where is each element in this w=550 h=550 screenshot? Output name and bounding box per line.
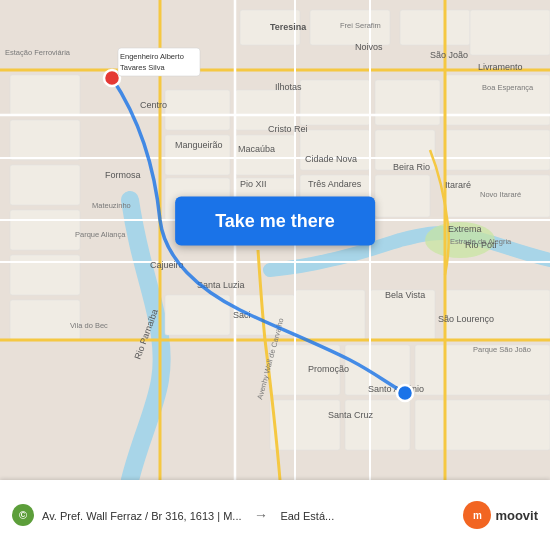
- svg-text:Boa Esperança: Boa Esperança: [482, 83, 534, 92]
- svg-text:Pio XII: Pio XII: [240, 179, 267, 189]
- svg-text:Novo Itararé: Novo Itararé: [480, 190, 521, 199]
- svg-rect-14: [300, 130, 370, 170]
- svg-rect-32: [415, 400, 550, 450]
- osm-logo: ©: [12, 504, 34, 526]
- take-me-there-button[interactable]: Take me there: [175, 196, 375, 245]
- svg-rect-34: [10, 120, 80, 160]
- svg-text:Extrema: Extrema: [448, 224, 482, 234]
- svg-text:Ilhotas: Ilhotas: [275, 82, 302, 92]
- svg-rect-33: [10, 75, 80, 115]
- svg-text:Centro: Centro: [140, 100, 167, 110]
- route-to-label: Ead Está...: [280, 510, 334, 522]
- moovit-logo-icon: m: [463, 501, 491, 529]
- map-container: Estrada da Alegria: [0, 0, 550, 480]
- svg-rect-7: [165, 90, 230, 130]
- moovit-brand-label: moovit: [495, 508, 538, 523]
- bottom-text-area: Av. Pref. Wall Ferraz / Br 316, 1613 | M…: [34, 506, 463, 524]
- svg-text:Bela Vista: Bela Vista: [385, 290, 425, 300]
- svg-text:Noivos: Noivos: [355, 42, 383, 52]
- svg-rect-30: [270, 400, 340, 450]
- svg-rect-38: [10, 300, 80, 340]
- svg-text:Mangueirão: Mangueirão: [175, 140, 223, 150]
- svg-text:São João: São João: [430, 50, 468, 60]
- svg-rect-24: [295, 290, 365, 340]
- svg-rect-13: [235, 135, 295, 175]
- svg-rect-31: [345, 400, 410, 450]
- svg-text:Frei Serafim: Frei Serafim: [340, 21, 381, 30]
- route-arrow-icon: →: [254, 507, 268, 523]
- svg-rect-36: [10, 210, 80, 250]
- svg-text:Rio Poti: Rio Poti: [465, 240, 497, 250]
- svg-rect-20: [375, 175, 430, 217]
- svg-text:Teresina: Teresina: [270, 22, 307, 32]
- svg-rect-9: [300, 80, 370, 125]
- svg-point-92: [397, 385, 413, 401]
- svg-point-88: [104, 70, 120, 86]
- svg-rect-10: [375, 80, 440, 125]
- svg-text:Vila do Bec: Vila do Bec: [70, 321, 108, 330]
- svg-rect-5: [400, 10, 470, 45]
- svg-text:Formosa: Formosa: [105, 170, 141, 180]
- svg-text:Mateuzinho: Mateuzinho: [92, 201, 131, 210]
- svg-text:Parque Aliança: Parque Aliança: [75, 230, 126, 239]
- svg-text:Tavares Silva: Tavares Silva: [120, 63, 165, 72]
- svg-text:Parque São João: Parque São João: [473, 345, 531, 354]
- svg-text:Beira Rio: Beira Rio: [393, 162, 430, 172]
- svg-text:Cristo Rei: Cristo Rei: [268, 124, 308, 134]
- svg-text:Itararé: Itararé: [445, 180, 471, 190]
- svg-text:Santa Cruz: Santa Cruz: [328, 410, 374, 420]
- svg-text:Cidade Nova: Cidade Nova: [305, 154, 357, 164]
- svg-text:São Lourenço: São Lourenço: [438, 314, 494, 324]
- svg-text:Promoção: Promoção: [308, 364, 349, 374]
- svg-rect-6: [470, 10, 550, 55]
- bottom-bar: © Av. Pref. Wall Ferraz / Br 316, 1613 |…: [0, 480, 550, 550]
- svg-rect-35: [10, 165, 80, 205]
- route-from-label: Av. Pref. Wall Ferraz / Br 316, 1613 | M…: [42, 510, 242, 522]
- svg-text:Estação Ferroviária: Estação Ferroviária: [5, 48, 71, 57]
- moovit-logo: m moovit: [463, 501, 538, 529]
- svg-text:Macaúba: Macaúba: [238, 144, 275, 154]
- svg-text:Três Andares: Três Andares: [308, 179, 362, 189]
- svg-rect-16: [445, 130, 550, 170]
- svg-text:Livramento: Livramento: [478, 62, 523, 72]
- svg-text:Engenheiro Alberto: Engenheiro Alberto: [120, 52, 184, 61]
